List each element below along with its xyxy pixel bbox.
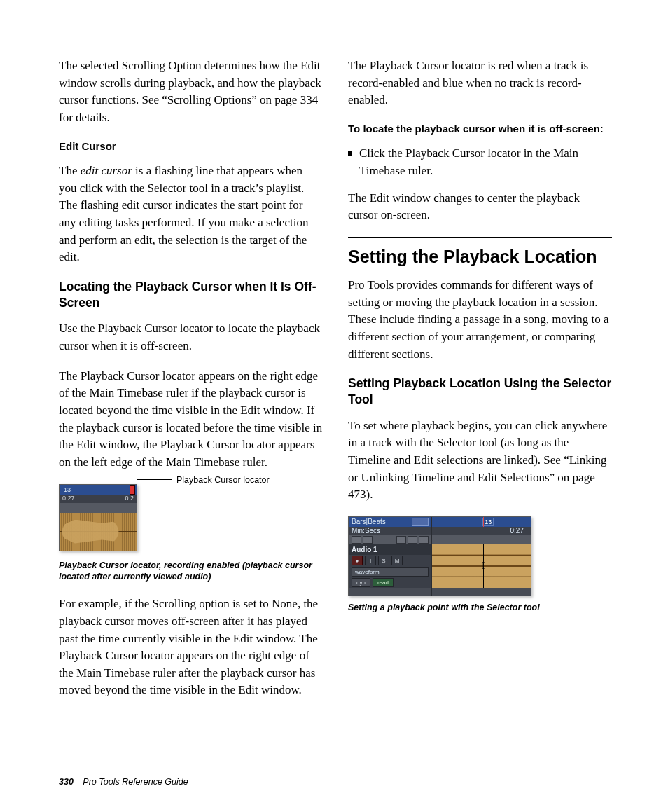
para-selector-click: To set where playback begins, you can cl… [348, 418, 612, 504]
tool-button[interactable] [363, 536, 373, 544]
ruler-time-right: 0:2 [125, 495, 134, 503]
para-pro-tools-commands: Pro Tools provides commands for differen… [348, 277, 612, 363]
ruler-label-min-secs: Min:Secs [352, 527, 380, 535]
tool-button[interactable] [419, 536, 429, 544]
solo-button[interactable]: S [378, 556, 389, 565]
heading-locating-playback-cursor: Locating the Playback Cursor when It Is … [59, 279, 323, 311]
para-locate-intro: Use the Playback Cursor locator to locat… [59, 320, 323, 355]
heading-to-locate: To locate the playback cursor when it is… [348, 122, 612, 136]
figure-selector-tool: Bars|Beats Min:Secs Audio 1 ● [348, 516, 531, 596]
tool-button[interactable] [352, 536, 361, 544]
para-scrolling-option: The selected Scrolling Option determines… [59, 57, 323, 127]
bullet-icon [348, 151, 352, 156]
ruler-dropdown-icon[interactable] [412, 518, 429, 526]
selector-cursor-icon: I [482, 560, 485, 572]
page-number: 330 [59, 777, 74, 787]
para-locator-color: The Playback Cursor locator is red when … [348, 57, 612, 109]
callout-playback-cursor-locator: Playback Cursor locator [176, 475, 270, 485]
heading-setting-playback-selector: Setting Playback Location Using the Sele… [348, 376, 612, 408]
heading-setting-playback-location: Setting the Playback Location [348, 237, 612, 267]
para-example: For example, if the Scrolling option is … [59, 596, 323, 699]
marker-flag: 13 [482, 518, 494, 526]
ruler-label-bars-beats: Bars|Beats [352, 518, 386, 525]
step-click-locator: Click the Playback Cursor locator in the… [348, 145, 612, 179]
heading-edit-cursor: Edit Cursor [59, 139, 323, 153]
book-title: Pro Tools Reference Guide [83, 777, 188, 787]
figure-playback-cursor-locator: 13 0:27 0:2 Playback Cursor locator [59, 484, 323, 554]
term-edit-cursor: edit cursor [81, 164, 132, 177]
caption-fig2: Setting a playback point with the Select… [348, 602, 612, 614]
main-timebase-ruler: 13 [60, 485, 137, 495]
page-footer: 330 Pro Tools Reference Guide [59, 777, 188, 787]
input-monitor-button[interactable]: I [365, 556, 376, 565]
automation-mode-selector[interactable]: read [373, 578, 394, 587]
step-text: Click the Playback Cursor locator in the… [359, 145, 612, 179]
left-column: The selected Scrolling Option determines… [59, 57, 323, 712]
record-enable-button[interactable]: ● [352, 556, 363, 565]
playback-cursor-locator[interactable] [130, 485, 135, 495]
elastic-audio-plugin-selector[interactable]: dyn [352, 578, 370, 587]
track-view-selector[interactable]: waveform [352, 567, 429, 577]
mute-button[interactable]: M [391, 556, 403, 565]
caption-fig1: Playback Cursor locator, recording enabl… [59, 560, 323, 584]
para-edit-cursor: The edit cursor is a flashing line that … [59, 163, 323, 266]
text: The [59, 164, 81, 177]
tool-button[interactable] [396, 536, 406, 544]
ruler-time: 0:27 [510, 527, 524, 535]
tool-button[interactable] [408, 536, 417, 544]
track-playlist[interactable]: I [432, 544, 531, 588]
para-locate-detail: The Playback Cursor locator appears on t… [59, 368, 323, 472]
text: is a flashing line that appears when you… [59, 164, 308, 263]
right-column: The Playback Cursor locator is red when … [348, 57, 612, 712]
ruler-time-left: 0:27 [62, 495, 75, 503]
ruler-marker-number: 13 [64, 486, 71, 493]
track-name[interactable]: Audio 1 [352, 546, 377, 553]
para-edit-window-centers: The Edit window changes to center the pl… [348, 190, 612, 224]
